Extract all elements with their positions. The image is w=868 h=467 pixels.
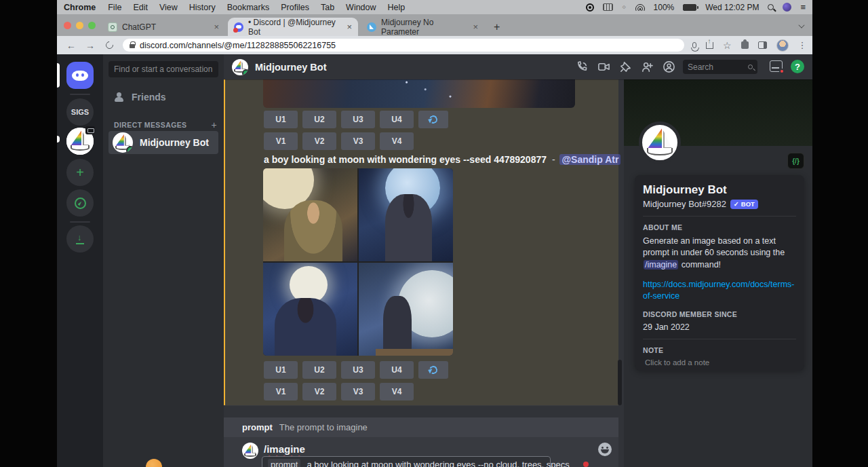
midjourney-image-grid[interactable]	[263, 168, 453, 356]
tab-midjourney[interactable]: Midjourney No Parameter ×	[361, 18, 484, 36]
inbox-icon[interactable]	[770, 60, 783, 72]
voice-call-icon[interactable]	[576, 60, 589, 73]
help-icon[interactable]: ?	[791, 60, 804, 73]
user-profile-icon[interactable]	[663, 60, 675, 73]
bot-badge-label: BOT	[741, 200, 755, 208]
v3-button[interactable]: V3	[341, 132, 375, 150]
chrome-menu-icon[interactable]: ⋮	[798, 40, 808, 50]
u1-button[interactable]: U1	[264, 111, 298, 128]
chat-search-input[interactable]: Search	[683, 60, 757, 74]
menu-history[interactable]: History	[189, 3, 216, 12]
window-close-button[interactable]	[64, 22, 71, 29]
menu-bookmarks[interactable]: Bookmarks	[227, 3, 270, 12]
u1-button[interactable]: U1	[264, 361, 298, 379]
side-panel-icon[interactable]	[758, 41, 767, 49]
emoji-picker-icon[interactable]	[598, 443, 612, 456]
dm-item-midjourney-bot[interactable]: Midjourney Bot	[108, 131, 218, 154]
download-apps-button[interactable]	[66, 225, 94, 253]
server-sigs-label: SIGS	[71, 108, 89, 116]
discord-home-button[interactable]	[66, 62, 94, 89]
u3-button[interactable]: U3	[341, 361, 375, 379]
add-server-button[interactable]: +	[66, 159, 94, 186]
menu-help[interactable]: Help	[388, 3, 406, 12]
menu-file[interactable]: File	[108, 3, 121, 12]
menubar-app-name[interactable]: Chrome	[64, 3, 96, 12]
reload-icon[interactable]	[104, 40, 115, 50]
window-zoom-button[interactable]	[88, 22, 96, 29]
grid-image-4[interactable]	[359, 263, 453, 356]
terms-link[interactable]: https://docs.midjourney.com/docs/terms-o…	[643, 279, 796, 302]
v4-button[interactable]: V4	[380, 383, 414, 400]
tab-close-icon[interactable]: ×	[347, 22, 352, 32]
video-call-icon[interactable]	[597, 60, 610, 73]
u4-button[interactable]: U4	[380, 111, 414, 128]
download-icon	[75, 234, 85, 244]
midjourney-avatar-large[interactable]	[639, 122, 681, 164]
grid-image-2[interactable]	[359, 168, 453, 261]
about-me-label: ABOUT ME	[643, 223, 796, 231]
chat-scrollbar[interactable]	[618, 360, 622, 405]
message-composer[interactable]: /imagine prompt a boy looking at moon wi…	[224, 437, 618, 467]
grid-image-1[interactable]	[263, 168, 357, 261]
wifi-icon[interactable]	[635, 4, 645, 11]
u2-button[interactable]: U2	[302, 361, 336, 379]
menu-window[interactable]: Window	[346, 3, 376, 12]
menu-list-icon[interactable]: ≡	[800, 2, 806, 12]
conversation-search-input[interactable]: Find or start a conversation	[108, 61, 218, 77]
v3-button[interactable]: V3	[341, 383, 375, 400]
server-sigs-button[interactable]: SIGS	[66, 98, 94, 126]
back-icon[interactable]: ←	[66, 40, 76, 51]
tab-discord[interactable]: • Discord | @Midjourney Bot ×	[228, 18, 358, 36]
menu-tab[interactable]: Tab	[321, 3, 334, 12]
imagine-command-mention[interactable]: /imagine	[644, 260, 678, 269]
u4-button[interactable]: U4	[380, 361, 414, 379]
url-field[interactable]: discord.com/channels/@me/112828885506221…	[123, 39, 684, 52]
sidebar-item-friends[interactable]: Friends	[108, 87, 218, 107]
tab-close-icon[interactable]: ×	[214, 22, 219, 32]
tab-search-chevron-icon[interactable]	[798, 22, 804, 28]
voice-search-icon[interactable]	[692, 42, 696, 48]
bluetooth-icon[interactable]: ⋄	[622, 3, 627, 12]
spotlight-icon[interactable]	[768, 4, 774, 10]
explore-servers-button[interactable]	[66, 189, 94, 217]
menu-view[interactable]: View	[159, 3, 178, 12]
menubar-clock[interactable]: Wed 12:02 PM	[705, 3, 759, 12]
screen-record-icon[interactable]	[586, 3, 594, 12]
midjourney-dm-rail-button[interactable]	[66, 128, 94, 155]
reroll-button[interactable]	[418, 111, 448, 128]
prompt-option-input[interactable]: prompt a boy looking at moon with wonder…	[262, 456, 551, 467]
v2-button[interactable]: V2	[302, 132, 336, 150]
v1-button[interactable]: V1	[264, 383, 298, 400]
tab-chatgpt[interactable]: ChatGPT ×	[102, 18, 225, 36]
window-minimize-button[interactable]	[76, 22, 83, 29]
url-text[interactable]: discord.com/channels/@me/112828885506221…	[140, 41, 336, 50]
share-icon[interactable]	[706, 42, 713, 49]
pin-icon[interactable]	[619, 60, 632, 73]
bookmark-star-icon[interactable]: ☆	[723, 40, 732, 51]
user-mention[interactable]: @Sandip Atr	[559, 154, 620, 165]
midjourney-avatar[interactable]	[232, 59, 248, 75]
tab-close-icon[interactable]: ×	[473, 22, 478, 32]
new-tab-button[interactable]: +	[494, 21, 500, 33]
note-input[interactable]: Click to add a note	[643, 358, 796, 367]
option-value[interactable]: a boy looking at moon with wondering eye…	[307, 460, 569, 467]
menu-edit[interactable]: Edit	[133, 3, 148, 12]
slash-command[interactable]: /imagine	[264, 443, 305, 455]
u2-button[interactable]: U2	[302, 111, 336, 128]
u3-button[interactable]: U3	[341, 111, 375, 128]
previous-grid-image[interactable]	[263, 79, 575, 108]
add-friend-icon[interactable]	[641, 60, 654, 73]
lock-icon[interactable]	[130, 44, 135, 48]
v4-button[interactable]: V4	[380, 132, 414, 150]
v1-button[interactable]: V1	[264, 132, 298, 150]
menu-profiles[interactable]: Profiles	[281, 3, 309, 12]
keyboard-icon[interactable]	[603, 3, 613, 11]
create-dm-icon[interactable]: +	[211, 119, 217, 130]
forward-icon[interactable]: →	[85, 40, 95, 51]
v2-button[interactable]: V2	[302, 383, 336, 400]
chrome-profile-avatar[interactable]	[776, 39, 789, 52]
control-center-icon[interactable]	[783, 3, 791, 12]
extensions-icon[interactable]	[741, 41, 749, 49]
grid-image-3[interactable]	[263, 263, 357, 356]
reroll-button[interactable]	[418, 361, 448, 379]
